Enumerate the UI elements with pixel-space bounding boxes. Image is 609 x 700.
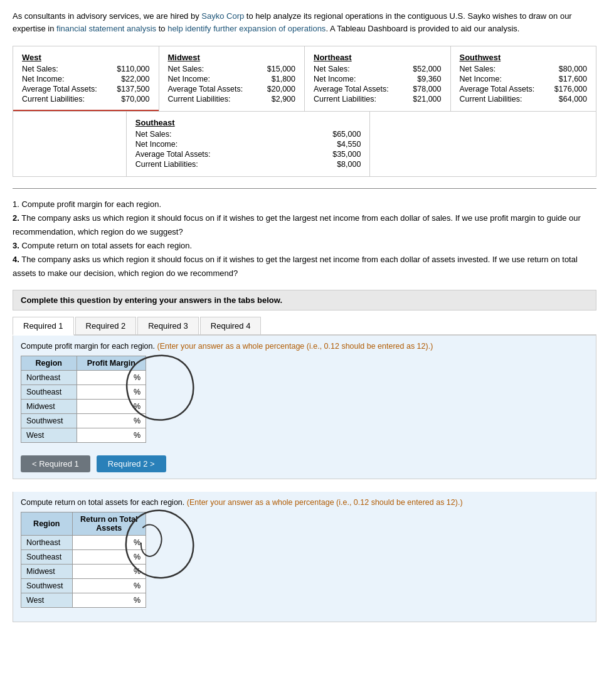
table-row: Midwest % <box>21 564 146 578</box>
col2-rota: Return on TotalAssets <box>72 512 146 535</box>
midwest-netsales-value: $15,000 <box>267 65 295 73</box>
section2-instruction: Compute return on total assets for each … <box>21 498 588 507</box>
question4: 4. The company asks us which region it s… <box>13 253 596 280</box>
southeast-netsales-label: Net Sales: <box>135 130 172 139</box>
midwest-profit-input[interactable] <box>95 402 132 411</box>
southeast-profit-input[interactable] <box>95 388 132 396</box>
southwest-avgassets-label: Average Total Assets: <box>460 85 535 93</box>
west-netincome-label: Net Income: <box>22 75 64 83</box>
rota-southwest-value: % <box>72 578 146 593</box>
section2-instruction-orange: (Enter your answer as a whole percentage… <box>187 498 463 507</box>
southeast-rota-pct: % <box>134 553 140 561</box>
northeast-avgassets-label: Average Total Assets: <box>314 85 389 93</box>
row-midwest-value: % <box>77 399 146 413</box>
southwest-title: Southwest <box>460 53 588 62</box>
southwest-rota-pct: % <box>134 581 140 590</box>
midwest-currliab-label: Current Liabilities: <box>168 95 231 103</box>
southwest-rota-input[interactable] <box>95 581 132 590</box>
table-row: Southeast % <box>21 384 146 399</box>
tab1-content: Compute profit margin for each region. (… <box>13 336 596 479</box>
profit-margin-table: Region Profit Margin Northeast % <box>21 356 146 443</box>
southwest-profit-input[interactable] <box>95 416 132 425</box>
midwest-avgassets-value: $20,000 <box>267 85 295 93</box>
southwest-currliab-label: Current Liabilities: <box>460 95 522 103</box>
row-southwest-value: % <box>77 413 146 428</box>
highlight-expansion: help identify further expansion of opera… <box>167 24 326 33</box>
rota-west-value: % <box>72 593 146 607</box>
west-netincome-value: $22,000 <box>121 75 149 83</box>
rota-southeast-label: Southeast <box>21 549 73 564</box>
northeast-currliab-label: Current Liabilities: <box>314 95 376 103</box>
tab-required4[interactable]: Required 4 <box>200 317 262 334</box>
questions-section: 1. Compute profit margin for each region… <box>13 198 596 281</box>
rota-northeast-value: % <box>72 535 146 549</box>
question2: 2. The company asks us which region it s… <box>13 211 596 239</box>
southwest-currliab-value: $64,000 <box>559 95 587 103</box>
west-profit-input[interactable] <box>95 431 132 440</box>
tabs-container: Required 1 Required 2 Required 3 Require… <box>13 317 596 336</box>
northeast-netincome-label: Net Income: <box>314 75 356 83</box>
west-rota-input[interactable] <box>95 596 132 605</box>
table-row: West % <box>21 593 146 607</box>
southwest-netincome-value: $17,600 <box>559 75 587 83</box>
regions-container: West Net Sales: $110,000 Net Income: $22… <box>13 46 596 177</box>
southeast-title: Southeast <box>135 118 361 127</box>
highlight-financial: financial statement analysis <box>56 24 156 33</box>
west-rota-pct: % <box>134 596 140 605</box>
question1: 1. Compute profit margin for each region… <box>13 198 596 211</box>
col2-region: Region <box>21 512 73 535</box>
btn-next-required2[interactable]: Required 2 > <box>97 455 166 472</box>
row-northeast-value: % <box>77 370 146 384</box>
section2-container: Compute return on total assets for each … <box>13 492 596 622</box>
southwest-avgassets-value: $176,000 <box>554 85 587 93</box>
instruction-box: Complete this question by entering your … <box>13 290 596 310</box>
table-row: Northeast % <box>21 535 146 549</box>
tab1-instruction-orange: (Enter your answer as a whole percentage… <box>157 342 433 351</box>
northeast-rota-input[interactable] <box>95 538 132 547</box>
region-northeast: Northeast Net Sales: $52,000 Net Income:… <box>304 46 450 111</box>
table-row: Southeast % <box>21 549 146 564</box>
region-southeast: Southeast Net Sales: $65,000 Net Income:… <box>126 112 371 176</box>
southeast-netsales-value: $65,000 <box>332 130 361 139</box>
southeast-currliab-label: Current Liabilities: <box>135 160 198 169</box>
west-pct: % <box>134 431 140 440</box>
rota-west-label: West <box>21 593 73 607</box>
q3-bold: 3. <box>13 241 19 250</box>
west-netsales-label: Net Sales: <box>22 65 58 73</box>
btn-prev-required1[interactable]: < Required 1 <box>21 455 90 472</box>
midwest-netsales-label: Net Sales: <box>168 65 204 73</box>
midwest-avgassets-label: Average Total Assets: <box>168 85 243 93</box>
row-midwest-label: Midwest <box>21 399 77 413</box>
table-row: Northeast % <box>21 370 146 384</box>
table-row: Southwest % <box>21 578 146 593</box>
nav-buttons: < Required 1 Required 2 > <box>21 455 588 472</box>
section2-tab-content: Compute return on total assets for each … <box>13 492 596 622</box>
tab-required3[interactable]: Required 3 <box>137 317 199 334</box>
rota-northeast-label: Northeast <box>21 535 73 549</box>
tab-required2[interactable]: Required 2 <box>75 317 137 334</box>
tab-required1[interactable]: Required 1 <box>13 317 74 336</box>
rota-midwest-label: Midwest <box>21 564 73 578</box>
southwest-netincome-label: Net Income: <box>460 75 502 83</box>
regions-row2: Southeast Net Sales: $65,000 Net Income:… <box>13 111 596 176</box>
southeast-pct: % <box>134 388 140 396</box>
southeast-rota-input[interactable] <box>95 553 132 561</box>
col-region: Region <box>21 356 77 370</box>
southwest-pct: % <box>134 416 140 425</box>
west-title: West <box>22 53 150 62</box>
southeast-netincome-value: $4,550 <box>337 140 361 149</box>
midwest-netincome-value: $1,800 <box>272 75 295 83</box>
intro-paragraph: As consultants in advisory services, we … <box>13 10 596 34</box>
northeast-pct: % <box>134 373 140 382</box>
northeast-profit-input[interactable] <box>95 373 132 382</box>
row-southeast-value: % <box>77 384 146 399</box>
region-southwest: Southwest Net Sales: $80,000 Net Income:… <box>450 46 596 111</box>
west-currliab-label: Current Liabilities: <box>22 95 85 103</box>
midwest-rota-input[interactable] <box>95 567 132 576</box>
row-west-value: % <box>77 428 146 442</box>
company-name: Sayko Corp <box>201 11 244 21</box>
northeast-netsales-label: Net Sales: <box>314 65 350 73</box>
table-row: West % <box>21 428 146 442</box>
rota-midwest-value: % <box>72 564 146 578</box>
table-row: Southwest % <box>21 413 146 428</box>
